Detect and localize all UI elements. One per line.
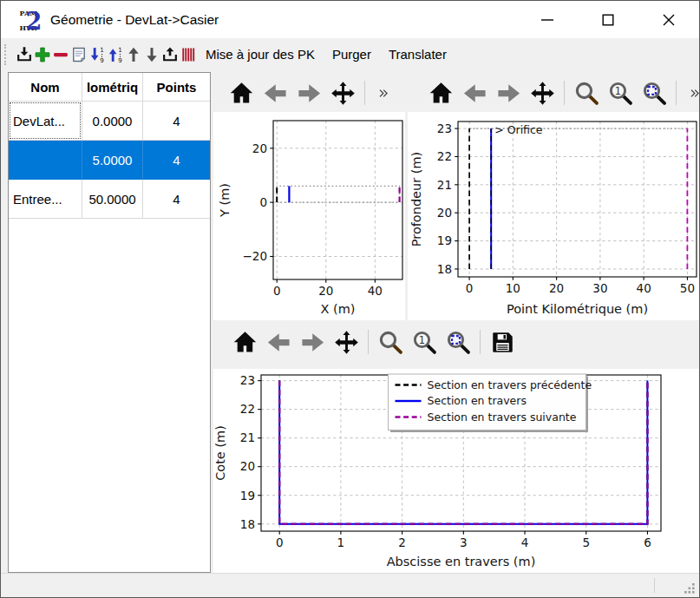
xy-view-plot[interactable]: 02040−20020X (m)Y (m) xyxy=(213,112,405,320)
svg-text:X (m): X (m) xyxy=(321,302,356,316)
cross-home-button[interactable] xyxy=(229,325,260,358)
svg-text:19: 19 xyxy=(437,233,452,247)
table-cell-r0c0[interactable]: DevLat... xyxy=(9,102,82,141)
toolbar-purge-button[interactable]: Purger xyxy=(324,47,380,62)
profile-zoom-region-button[interactable] xyxy=(638,76,670,109)
svg-text:Profondeur (m): Profondeur (m) xyxy=(409,152,423,247)
svg-text:10: 10 xyxy=(506,281,520,295)
column-header-1[interactable]: lométriq xyxy=(82,73,143,102)
close-button[interactable] xyxy=(638,1,699,38)
cross-pan-button[interactable] xyxy=(330,325,362,358)
table-cell-r2c2[interactable]: 4 xyxy=(143,180,210,219)
toolbar-export-button[interactable] xyxy=(160,42,179,68)
main-toolbar-items: Mise à jour des PKPurgerTranslater xyxy=(15,42,455,68)
xy-forward-button[interactable] xyxy=(293,76,324,109)
svg-text:30: 30 xyxy=(592,281,607,295)
toolbar-add-button[interactable] xyxy=(33,42,51,68)
column-header-0[interactable]: Nom xyxy=(9,73,82,102)
xy-plot-toolbar xyxy=(226,76,394,110)
toolbar-separator xyxy=(364,81,365,105)
back-icon xyxy=(263,81,288,106)
export-icon xyxy=(161,46,179,63)
xy-back-button[interactable] xyxy=(259,76,291,109)
toolbar-sort-descending-button[interactable] xyxy=(106,42,124,68)
cross-zoom-button[interactable] xyxy=(375,325,406,358)
svg-text:20: 20 xyxy=(318,284,333,298)
resize-grip-icon[interactable] xyxy=(684,582,696,595)
table-cell-r0c2[interactable]: 4 xyxy=(143,102,210,141)
profile-chevrons-button[interactable] xyxy=(683,76,700,109)
save-icon xyxy=(490,330,515,355)
svg-text:22: 22 xyxy=(240,402,255,416)
toolbar-separator xyxy=(564,81,565,105)
toolbar-drag-handle[interactable] xyxy=(4,44,6,65)
toolbar-translate-button[interactable]: Translater xyxy=(380,47,455,62)
toolbar-remove-button[interactable] xyxy=(51,42,69,68)
svg-text:20: 20 xyxy=(437,206,452,220)
xy-home-button[interactable] xyxy=(226,76,257,109)
maximize-icon xyxy=(598,10,618,30)
cross-save-button[interactable] xyxy=(487,325,518,358)
toolbar-update-pk-button[interactable]: Mise à jour des PK xyxy=(197,47,324,62)
svg-text:1: 1 xyxy=(337,536,345,549)
weir-icon xyxy=(180,46,197,63)
home-icon xyxy=(232,330,258,355)
minimize-button[interactable] xyxy=(517,1,578,38)
table-cell-r1c1[interactable]: 5.0000 xyxy=(82,141,143,180)
table-cell-r2c1[interactable]: 50.0000 xyxy=(82,180,143,219)
add-icon xyxy=(34,46,51,63)
svg-text:0: 0 xyxy=(276,536,284,549)
toolbar-weir-button[interactable] xyxy=(179,42,197,68)
zoom-region-icon xyxy=(446,330,471,355)
home-icon xyxy=(429,81,454,106)
toolbar-import-button[interactable] xyxy=(15,42,33,68)
toolbar-sort-ascending-button[interactable] xyxy=(88,42,106,68)
profile-zoom-button[interactable] xyxy=(571,76,602,109)
profile-forward-button[interactable] xyxy=(493,76,524,109)
svg-text:20: 20 xyxy=(549,281,564,295)
svg-text:2: 2 xyxy=(398,536,406,549)
xy-pan-button[interactable] xyxy=(327,76,358,109)
cross-forward-button[interactable] xyxy=(297,325,328,358)
sections-table-panel: NomlométriqPointsDevLat...0.000045.00004… xyxy=(8,72,211,573)
cross-zoom-region-button[interactable] xyxy=(442,325,474,358)
zoom-region-icon xyxy=(642,81,667,106)
back-icon xyxy=(462,81,487,106)
edit-icon xyxy=(70,46,88,63)
table-cell-r1c0[interactable] xyxy=(9,141,82,180)
cross-section-plot-toolbar xyxy=(229,325,518,359)
cross-zoom-one-button[interactable] xyxy=(409,325,440,358)
cross-back-button[interactable] xyxy=(263,325,294,358)
profile-back-button[interactable] xyxy=(459,76,490,109)
table-cell-r0c1[interactable]: 0.0000 xyxy=(82,102,143,141)
plots-panel: 02040−20020X (m)Y (m) 010203040501819202… xyxy=(212,69,700,573)
maximize-button[interactable] xyxy=(578,1,638,38)
svg-text:Abscisse en travers (m): Abscisse en travers (m) xyxy=(387,555,536,568)
xy-chevrons-button[interactable] xyxy=(371,76,394,109)
profile-home-button[interactable] xyxy=(425,76,456,109)
profile-plot-toolbar xyxy=(425,76,700,110)
pan-icon xyxy=(530,81,555,106)
column-header-2[interactable]: Points xyxy=(143,73,210,102)
cross-section-plot[interactable]: 0123456181920212223Abscisse en travers (… xyxy=(213,369,700,573)
profile-zoom-one-button[interactable] xyxy=(605,76,636,109)
window-title: Géometrie - DevLat->Casier xyxy=(50,12,219,28)
toolbar-separator xyxy=(676,81,677,105)
pan-icon xyxy=(334,330,359,355)
chevrons-icon xyxy=(376,86,390,101)
toolbar-move-down-button[interactable] xyxy=(142,42,160,68)
status-bar-separator xyxy=(654,578,655,593)
status-bar xyxy=(1,573,699,597)
svg-text:20: 20 xyxy=(252,141,267,155)
table-cell-r1c2[interactable]: 4 xyxy=(143,141,210,180)
back-icon xyxy=(266,330,291,355)
zoom-one-icon xyxy=(608,81,633,106)
profile-pan-button[interactable] xyxy=(527,76,558,109)
toolbar-move-up-button[interactable] xyxy=(124,42,142,68)
table-cell-r2c0[interactable]: Entree... xyxy=(9,180,82,219)
toolbar-edit-button[interactable] xyxy=(69,42,88,68)
svg-text:23: 23 xyxy=(437,122,452,135)
forward-icon xyxy=(496,81,521,106)
profile-plot[interactable]: 01020304050181920212223Point Kilométriqu… xyxy=(408,112,700,320)
home-icon xyxy=(229,81,254,106)
